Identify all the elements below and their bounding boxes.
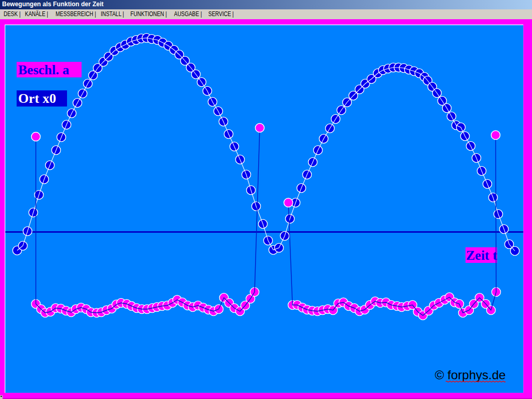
svg-text:Beschl. a: Beschl. a [18, 62, 69, 77]
svg-text:© forphys.de: © forphys.de [435, 368, 506, 382]
svg-text:Zeit t: Zeit t [466, 248, 497, 263]
svg-text:Ort x0: Ort x0 [18, 91, 56, 106]
